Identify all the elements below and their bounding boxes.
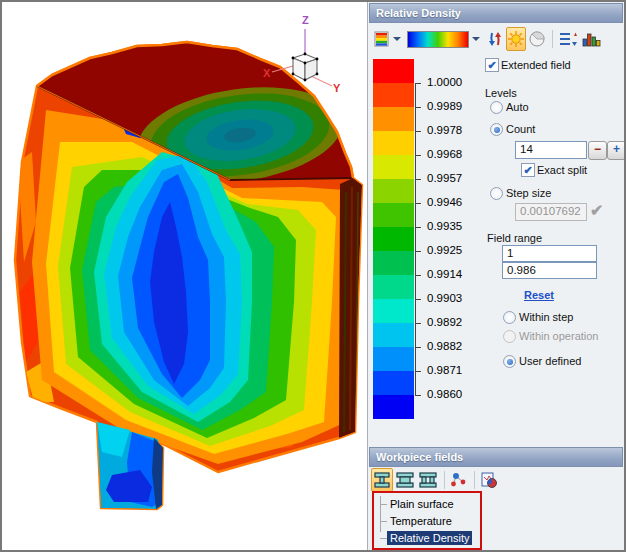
workpiece-wide-button[interactable] [394, 468, 416, 492]
levels-count-radio[interactable] [490, 123, 503, 136]
share-icon [450, 471, 468, 489]
levels-auto-radio[interactable] [490, 101, 503, 114]
scale-tick-label: 0.9871 [427, 364, 462, 376]
scale-band [373, 203, 414, 227]
scale-tick-labels: 1.00000.99890.99780.99680.99570.99460.99… [415, 83, 495, 395]
palette-gradient-icon [407, 31, 469, 48]
levels-list-button[interactable] [557, 27, 579, 51]
scale-tick [415, 203, 421, 204]
scale-tick [415, 323, 421, 324]
field-item-plain-surface[interactable]: Plain surface [374, 496, 457, 512]
field-item-temperature[interactable]: Temperature [374, 513, 455, 529]
scale-band [373, 371, 414, 395]
scale-tick-label: 0.9903 [427, 292, 462, 304]
range-max-input[interactable]: 1 [502, 245, 597, 262]
scale-tick-label: 0.9957 [427, 172, 462, 184]
scale-band [373, 227, 414, 251]
user-defined-radio[interactable] [503, 355, 516, 368]
palette-gradient-button[interactable] [406, 27, 484, 51]
scale-tick [415, 299, 421, 300]
scale-tick-label: 1.0000 [427, 76, 462, 88]
toolbar-separator [474, 471, 475, 489]
reset-link[interactable]: Reset [524, 289, 554, 301]
levels-label: Levels [485, 87, 517, 99]
histogram-button[interactable] [580, 27, 603, 51]
within-step-radio[interactable] [503, 311, 516, 324]
scale-band [373, 179, 414, 203]
field-item-label: Relative Density [387, 531, 472, 545]
user-defined-label: User defined [519, 355, 581, 367]
toolbar-separator [552, 30, 553, 48]
scale-band [373, 395, 414, 419]
exact-split-checkbox[interactable] [521, 163, 535, 177]
workpiece-wide2-icon [418, 471, 438, 489]
stripe-palette-button[interactable] [373, 27, 405, 51]
share-button[interactable] [449, 468, 469, 492]
histogram-icon [581, 31, 602, 48]
sun-icon [507, 30, 525, 48]
tree-connector [380, 521, 387, 522]
apply-step-check-icon[interactable]: ✔ [590, 201, 603, 220]
chart-doc-icon [480, 471, 498, 489]
count-increment-button[interactable]: + [607, 141, 626, 160]
scale-tick-label: 0.9914 [427, 268, 462, 280]
workpiece-field-list: Plain surfaceTemperatureRelative Density [374, 493, 480, 548]
step-size-label: Step size [506, 187, 551, 199]
workpiece-wide2-button[interactable] [417, 468, 439, 492]
scale-band [373, 83, 414, 107]
scale-tick [415, 371, 421, 372]
scale-tick-label: 0.9946 [427, 196, 462, 208]
workpiece-wide-icon [395, 471, 415, 489]
tree-connector [380, 538, 387, 539]
count-input[interactable]: 14 [515, 141, 587, 159]
scale-band [373, 131, 414, 155]
scale-tick [415, 347, 421, 348]
field-item-relative-density[interactable]: Relative Density [374, 530, 472, 546]
scale-band [373, 323, 414, 347]
sun-button[interactable] [506, 27, 526, 51]
scale-tick [415, 395, 421, 396]
reverse-palette-button[interactable] [485, 27, 505, 51]
workpiece-narrow-icon [372, 471, 392, 489]
sphere-button[interactable] [527, 27, 547, 51]
tree-connector [380, 504, 387, 505]
reverse-palette-icon [486, 30, 504, 48]
annotation-highlight: Plain surfaceTemperatureRelative Density [372, 491, 482, 550]
scale-tick-label: 0.9860 [427, 388, 462, 400]
field-item-label: Temperature [387, 514, 455, 528]
count-decrement-button[interactable]: − [588, 141, 607, 160]
scale-tick [415, 155, 421, 156]
scale-tick-label: 0.9892 [427, 316, 462, 328]
scale-band [373, 347, 414, 371]
extended-field-checkbox[interactable] [485, 58, 499, 72]
range-min-input[interactable]: 0.986 [502, 262, 597, 279]
scale-tick [415, 107, 421, 108]
3d-viewport[interactable]: Z X Y [2, 2, 368, 550]
workpiece-toolbar [371, 468, 500, 492]
scale-band [373, 275, 414, 299]
step-size-input: 0.00107692 [515, 203, 587, 221]
field-item-label: Plain surface [387, 497, 457, 511]
extended-field-label: Extended field [501, 59, 571, 71]
scale-tick [415, 251, 421, 252]
scale-axis-line [415, 83, 416, 395]
field-toolbar [370, 25, 604, 53]
field-settings-panel: Relative Density [368, 2, 624, 550]
color-scale [373, 59, 414, 419]
levels-list-icon [558, 30, 578, 48]
within-operation-radio [503, 330, 516, 343]
within-operation-label: Within operation [519, 330, 599, 342]
panel-title: Relative Density [369, 3, 623, 23]
workpiece-narrow-button[interactable] [371, 468, 393, 492]
exact-split-label: Exact split [537, 164, 587, 176]
scale-tick-label: 0.9925 [427, 244, 462, 256]
scale-tick [415, 83, 421, 84]
chart-doc-button[interactable] [479, 468, 499, 492]
sphere-icon [528, 30, 546, 48]
toolbar-separator [444, 471, 445, 489]
scale-tick-label: 0.9935 [427, 220, 462, 232]
step-size-radio[interactable] [490, 187, 503, 200]
levels-count-label: Count [506, 123, 535, 135]
scale-tick [415, 227, 421, 228]
scale-tick [415, 131, 421, 132]
